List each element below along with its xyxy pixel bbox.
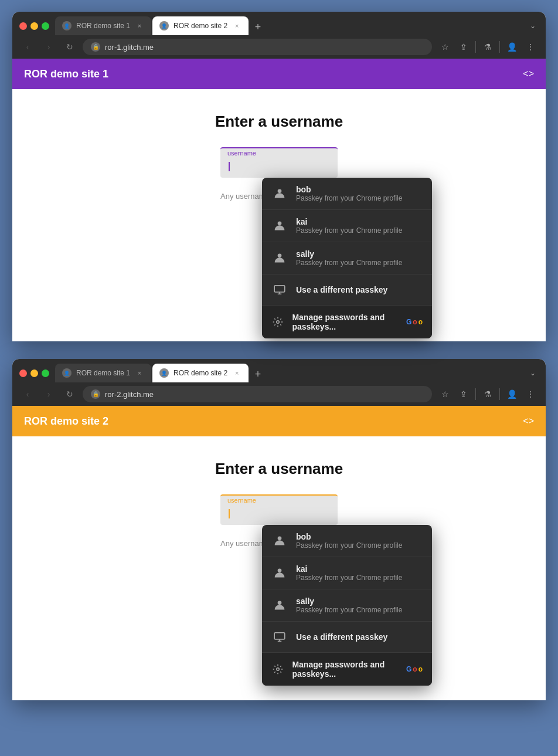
- new-tab-button-2[interactable]: +: [250, 366, 266, 382]
- tab-bar-2: 👤 ROR demo site 1 × 👤 ROR demo site 2 × …: [12, 359, 546, 382]
- share-icon-1[interactable]: ⇪: [455, 39, 472, 55]
- person-icon-bob-2: [271, 533, 288, 549]
- reload-button-1[interactable]: ↻: [62, 39, 78, 55]
- person-icon-bob-1: [271, 185, 288, 202]
- toolbar-divider-2a: [475, 388, 476, 400]
- bob-info-2: bob Passkey from your Chrome profile: [296, 532, 402, 550]
- tab-ror-demo-site-2-b[interactable]: 👤 ROR demo site 2 ×: [152, 364, 249, 382]
- more-menu-2[interactable]: ⋮: [522, 386, 539, 402]
- url-bar-2[interactable]: 🔒 ror-2.glitch.me: [83, 386, 432, 402]
- forward-button-2[interactable]: ›: [40, 386, 57, 402]
- browser-chrome-1: 👤 ROR demo site 1 × 👤 ROR demo site 2 × …: [12, 12, 546, 59]
- kai-info-2: kai Passkey from your Chrome profile: [296, 564, 402, 582]
- address-bar-2: ‹ › ↻ 🔒 ror-2.glitch.me ☆ ⇪ ⚗ 👤 ⋮: [12, 382, 546, 406]
- tab-title-2b: ROR demo site 2: [173, 369, 227, 377]
- site-header-1: ROR demo site 1 <>: [12, 59, 546, 89]
- svg-point-0: [278, 189, 282, 194]
- tab-close-2[interactable]: ×: [232, 21, 241, 30]
- username-section-1: username bob Passkey from your Chrome pr…: [24, 147, 534, 201]
- back-button-1[interactable]: ‹: [19, 39, 36, 55]
- passkey-option-sally-2[interactable]: sally Passkey from your Chrome profile: [262, 589, 432, 622]
- google-password-icon-1: G o o: [406, 318, 423, 326]
- kai-name-2: kai: [296, 564, 402, 574]
- profile-icon-1[interactable]: 👤: [503, 39, 520, 55]
- kai-sub-1: Passkey from your Chrome profile: [296, 226, 402, 235]
- use-different-passkey-label-1: Use a different passkey: [296, 285, 387, 294]
- manage-passkeys-label-2: Manage passwords and passkeys...: [292, 660, 398, 679]
- svg-rect-10: [274, 633, 285, 639]
- star-icon-2[interactable]: ☆: [437, 386, 453, 402]
- svg-rect-3: [274, 286, 285, 292]
- url-security-icon-1: 🔒: [91, 42, 100, 52]
- passkey-option-sally-1[interactable]: sally Passkey from your Chrome profile: [262, 242, 432, 274]
- tab-ror-demo-site-1[interactable]: 👤 ROR demo site 1 ×: [55, 16, 151, 35]
- site-title-2: ROR demo site 2: [24, 415, 108, 428]
- maximize-button[interactable]: [42, 22, 49, 30]
- tab-close-2b[interactable]: ×: [232, 368, 241, 378]
- toolbar-divider-1b: [499, 41, 500, 53]
- username-field-1[interactable]: username: [220, 147, 338, 178]
- close-button[interactable]: [19, 22, 27, 30]
- passkey-option-bob-1[interactable]: bob Passkey from your Chrome profile: [262, 178, 432, 210]
- username-floating-label-2: username: [227, 497, 256, 504]
- tab-close-1[interactable]: ×: [135, 21, 144, 30]
- close-button-2[interactable]: [19, 369, 27, 377]
- address-bar-1: ‹ › ↻ 🔒 ror-1.glitch.me ☆ ⇪ ⚗ 👤 ⋮: [12, 35, 546, 59]
- tab-ror-demo-site-1-b[interactable]: 👤 ROR demo site 1 ×: [55, 364, 151, 382]
- sally-name-2: sally: [296, 596, 402, 606]
- url-bar-1[interactable]: 🔒 ror-1.glitch.me: [83, 39, 432, 55]
- tab-title-2a: ROR demo site 1: [76, 369, 130, 377]
- code-icon-2: <>: [523, 416, 534, 426]
- use-different-passkey-label-2: Use a different passkey: [296, 632, 387, 642]
- new-tab-button-1[interactable]: +: [250, 19, 266, 35]
- settings-icon-1: [271, 314, 284, 330]
- kai-info-1: kai Passkey from your Chrome profile: [296, 217, 402, 235]
- svg-point-13: [276, 668, 279, 671]
- manage-passkeys-label-1: Manage passwords and passkeys...: [292, 313, 398, 331]
- use-different-passkey-2[interactable]: Use a different passkey: [262, 622, 432, 653]
- bob-name-2: bob: [296, 532, 402, 541]
- browser-chrome-2: 👤 ROR demo site 1 × 👤 ROR demo site 2 × …: [12, 359, 546, 406]
- username-section-2: username bob Passkey from your Chrome pr…: [24, 494, 534, 548]
- forward-button-1[interactable]: ›: [40, 39, 57, 55]
- person-icon-kai-2: [271, 565, 288, 581]
- use-different-passkey-1[interactable]: Use a different passkey: [262, 274, 432, 306]
- tab-favicon-2b: 👤: [159, 368, 169, 378]
- reload-button-2[interactable]: ↻: [62, 386, 78, 402]
- manage-passkeys-2[interactable]: Manage passwords and passkeys... G o o: [262, 653, 432, 686]
- tab-close-2a[interactable]: ×: [135, 368, 144, 378]
- minimize-button-2[interactable]: [30, 369, 38, 377]
- back-button-2[interactable]: ‹: [19, 386, 36, 402]
- star-icon-1[interactable]: ☆: [437, 39, 453, 55]
- tab-title-2: ROR demo site 2: [173, 22, 227, 30]
- page-heading-1: Enter a username: [24, 113, 534, 131]
- svg-point-9: [278, 601, 282, 605]
- browser-window-1: 👤 ROR demo site 1 × 👤 ROR demo site 2 × …: [12, 12, 546, 341]
- passkey-option-kai-1[interactable]: kai Passkey from your Chrome profile: [262, 210, 432, 242]
- maximize-button-2[interactable]: [42, 369, 49, 377]
- tab-favicon-2: 👤: [159, 21, 169, 30]
- tab-bar-1: 👤 ROR demo site 1 × 👤 ROR demo site 2 × …: [12, 12, 546, 35]
- beaker-icon-1[interactable]: ⚗: [479, 39, 496, 55]
- bob-name-1: bob: [296, 185, 402, 194]
- tab-overflow-1[interactable]: ⌄: [525, 18, 541, 34]
- sally-name-1: sally: [296, 249, 402, 259]
- profile-icon-2[interactable]: 👤: [503, 386, 520, 402]
- passkey-option-kai-2[interactable]: kai Passkey from your Chrome profile: [262, 557, 432, 589]
- minimize-button[interactable]: [30, 22, 38, 30]
- passkey-option-bob-2[interactable]: bob Passkey from your Chrome profile: [262, 525, 432, 557]
- svg-point-6: [276, 321, 279, 324]
- monitor-icon-2: [271, 629, 288, 645]
- share-icon-2[interactable]: ⇪: [455, 386, 472, 402]
- url-text-2: ror-2.glitch.me: [105, 390, 424, 399]
- beaker-icon-2[interactable]: ⚗: [479, 386, 496, 402]
- username-field-2[interactable]: username: [220, 494, 338, 525]
- site-header-2: ROR demo site 2 <>: [12, 406, 546, 436]
- svg-point-7: [278, 537, 282, 541]
- tab-ror-demo-site-2-active[interactable]: 👤 ROR demo site 2 ×: [152, 16, 249, 35]
- code-icon-1: <>: [523, 69, 534, 79]
- manage-passkeys-1[interactable]: Manage passwords and passkeys... G o o: [262, 306, 432, 338]
- sally-info-2: sally Passkey from your Chrome profile: [296, 596, 402, 614]
- tab-overflow-2[interactable]: ⌄: [525, 365, 541, 381]
- more-menu-1[interactable]: ⋮: [522, 39, 539, 55]
